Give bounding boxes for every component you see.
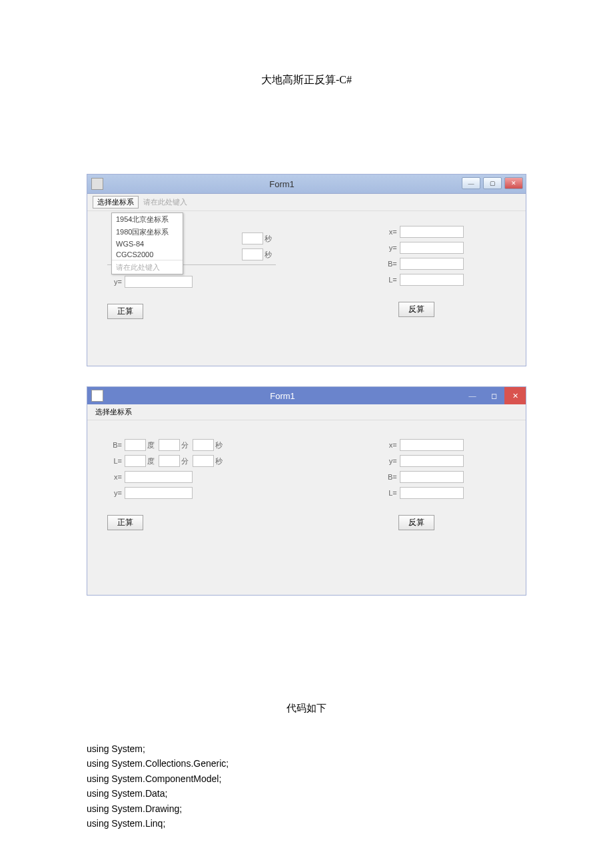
crs-option-edit[interactable]: 请在此处键入 (112, 260, 183, 274)
label-L: L= (107, 457, 122, 465)
l-seconds-input[interactable] (242, 248, 263, 260)
code-line: using System.ComponentModel; (87, 771, 526, 786)
window-controls: — ◻ ✕ (462, 387, 526, 404)
window-title: Form1 (103, 391, 462, 401)
titlebar[interactable]: Form1 — ◻ ✕ (87, 387, 526, 404)
B-deg-input[interactable] (125, 439, 146, 451)
crs-dropdown: 1954北京坐标系 1980国家坐标系 WGS-84 CGCS2000 请在此处… (111, 213, 183, 274)
client-area: B= 度 分 秒 L= 度 分 (87, 420, 526, 595)
close-button[interactable]: ✕ (504, 387, 526, 404)
L-min-input[interactable] (159, 455, 180, 467)
inverse-calc-button[interactable]: 反算 (398, 515, 434, 530)
unit-sec: 秒 (215, 440, 223, 450)
inverse-calc-button[interactable]: 反算 (398, 302, 434, 317)
unit-deg: 度 (147, 456, 155, 466)
L-output[interactable] (400, 274, 464, 286)
app-icon (91, 178, 103, 190)
B-output[interactable] (400, 471, 464, 483)
crs-option-cgcs2000[interactable]: CGCS2000 (112, 249, 183, 260)
crs-option-1954[interactable]: 1954北京坐标系 (112, 213, 183, 226)
label-B: B= (382, 260, 397, 268)
code-line: using System.Collections.Generic; (87, 756, 526, 771)
b-seconds-input[interactable] (242, 232, 263, 244)
label-B: B= (107, 441, 122, 449)
crs-option-1980[interactable]: 1980国家坐标系 (112, 226, 183, 238)
window-form1-default: Form1 — ◻ ✕ 选择坐标系 B= 度 分 (87, 386, 526, 596)
L-deg-input[interactable] (125, 455, 146, 467)
unit-seconds: 秒 (265, 250, 272, 260)
unit-deg: 度 (147, 440, 155, 450)
x-input[interactable] (125, 471, 193, 483)
code-line: using System.Drawing; (87, 801, 526, 816)
label-x: x= (107, 473, 122, 481)
label-L: L= (382, 489, 397, 497)
B-sec-input[interactable] (193, 439, 214, 451)
window-title: Form1 (103, 179, 460, 189)
B-min-input[interactable] (159, 439, 180, 451)
unit-min: 分 (181, 456, 189, 466)
code-block: using System; using System.Collections.G… (87, 741, 526, 831)
minimize-button[interactable]: — (462, 387, 483, 404)
minimize-button[interactable]: — (462, 177, 480, 189)
document-title: 大地高斯正反算-C# (87, 73, 526, 87)
client-area: 1954北京坐标系 1980国家坐标系 WGS-84 CGCS2000 请在此处… (87, 211, 526, 366)
crs-option-wgs84[interactable]: WGS-84 (112, 238, 183, 249)
close-button[interactable]: ✕ (504, 177, 523, 189)
menubar: 选择坐标系 (87, 404, 526, 420)
unit-sec: 秒 (215, 456, 223, 466)
menu-hint: 请在此处键入 (143, 198, 187, 206)
y-output[interactable] (400, 242, 464, 254)
menu-select-crs[interactable]: 选择坐标系 (93, 406, 135, 418)
window-form1-dropdown-open: Form1 — ▢ ✕ 选择坐标系 请在此处键入 1954北京坐标系 1980国… (87, 174, 526, 366)
code-line: using System.Data; (87, 786, 526, 801)
y-input[interactable] (125, 487, 193, 499)
label-x: x= (382, 441, 397, 449)
L-sec-input[interactable] (193, 455, 214, 467)
x-output[interactable] (400, 226, 464, 238)
maximize-button[interactable]: ◻ (483, 387, 504, 404)
label-y: y= (107, 489, 122, 497)
menu-select-crs[interactable]: 选择坐标系 (93, 196, 139, 209)
code-line: using System.Linq; (87, 816, 526, 831)
titlebar[interactable]: Form1 — ▢ ✕ (87, 175, 526, 194)
maximize-button[interactable]: ▢ (483, 177, 502, 189)
x-output[interactable] (400, 439, 464, 451)
unit-seconds: 秒 (265, 234, 272, 244)
code-heading: 代码如下 (87, 702, 526, 715)
label-y: y= (382, 457, 397, 465)
label-B: B= (382, 473, 397, 481)
y-output[interactable] (400, 455, 464, 467)
label-y: y= (107, 278, 122, 286)
label-L: L= (382, 276, 397, 284)
y-input[interactable] (125, 276, 193, 288)
L-output[interactable] (400, 487, 464, 499)
unit-min: 分 (181, 440, 189, 450)
forward-calc-button[interactable]: 正算 (107, 515, 143, 530)
app-icon (91, 390, 103, 402)
B-output[interactable] (400, 258, 464, 270)
label-y: y= (382, 244, 397, 252)
label-x: x= (382, 228, 397, 236)
code-line: using System; (87, 741, 526, 756)
menubar: 选择坐标系 请在此处键入 (87, 194, 526, 211)
window-controls: — ▢ ✕ (460, 175, 526, 193)
forward-calc-button[interactable]: 正算 (107, 304, 143, 319)
